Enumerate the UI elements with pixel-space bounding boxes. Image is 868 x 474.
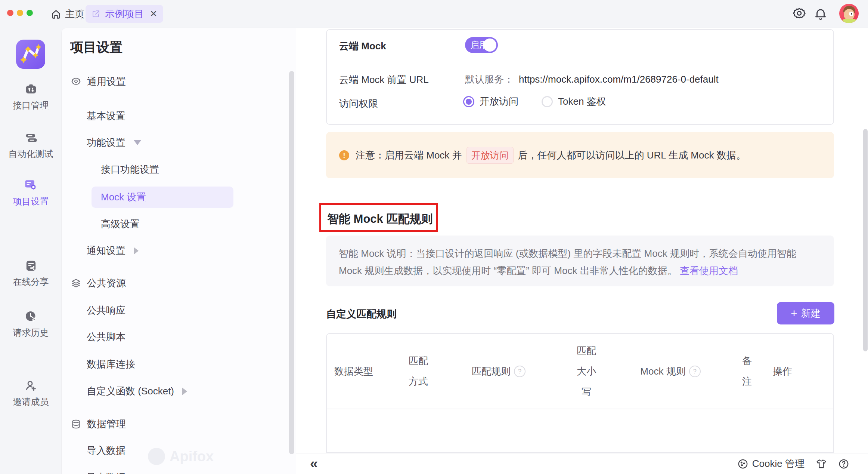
mock-url-value-row: 默认服务：https://mock.apifox.com/m1/2689726-… [465, 73, 719, 86]
new-rule-button-label: 新建 [801, 307, 821, 320]
settings-title: 项目设置 [70, 39, 123, 56]
theme-shirt-icon[interactable] [816, 458, 827, 470]
traffic-light-zoom[interactable] [27, 10, 33, 16]
nav-api-feature-settings[interactable]: 接口功能设置 [101, 159, 159, 180]
notifications-bell-icon[interactable] [813, 7, 828, 21]
help-icon[interactable]: ? [514, 366, 526, 377]
nav-export-data[interactable]: 导出数据 [87, 467, 125, 474]
col-mock-rule: Mock 规则 ? [614, 361, 726, 382]
sidebar-scrollbar[interactable] [289, 71, 294, 454]
sidebar-item-api-management[interactable]: 接口管理 [0, 83, 62, 111]
access-permission-options: 开放访问 Token 鉴权 [463, 95, 606, 108]
warning-icon: ! [339, 150, 349, 160]
sidebar-item-label: 请求历史 [13, 327, 49, 339]
col-match-rule: 匹配规则 ? [439, 361, 558, 382]
nav-basic-settings[interactable]: 基本设置 [87, 105, 125, 127]
cookie-manager-label: Cookie 管理 [752, 457, 805, 470]
nav-public-responses[interactable]: 公共响应 [87, 300, 125, 321]
plus-icon: + [791, 308, 797, 319]
traffic-light-close[interactable] [7, 10, 13, 16]
close-tab-icon[interactable]: ✕ [150, 9, 157, 19]
nav-general-settings[interactable]: 通用设置 [71, 71, 126, 92]
user-avatar[interactable] [839, 4, 859, 23]
nav-notification-settings[interactable]: 通知设置 [87, 240, 139, 261]
cloud-mock-toggle[interactable]: 启用 [465, 37, 498, 53]
nav-item-label: 功能设置 [87, 136, 125, 149]
access-permission-label: 访问权限 [339, 97, 378, 110]
mock-url-value[interactable]: https://mock.apifox.com/m1/2689726-0-def… [519, 74, 719, 85]
radio-token-auth[interactable] [542, 96, 553, 107]
col-actions: 操作 [768, 361, 797, 382]
nav-item-label: 通知设置 [87, 244, 125, 257]
nav-item-label: 公共响应 [87, 304, 125, 317]
collapse-sidebar-icon[interactable]: « [310, 456, 318, 471]
open-access-badge: 开放访问 [466, 147, 514, 164]
home-button[interactable]: 主页 [51, 0, 84, 28]
nav-item-label: 接口功能设置 [101, 163, 159, 176]
warning-text: 注意：启用云端 Mock 并 开放访问 后，任何人都可以访问以上的 URL 生成… [356, 132, 746, 178]
sidebar-item-label: 接口管理 [13, 99, 49, 111]
nav-item-label: 自定义函数 (Socket) [87, 385, 174, 398]
cloud-mock-label: 云端 Mock [339, 40, 386, 53]
nav-data-management[interactable]: 数据管理 [71, 413, 126, 435]
project-tab-label: 示例项目 [105, 7, 144, 21]
nav-item-label: 导出数据 [87, 471, 125, 474]
col-match-case: 匹配大小写 [558, 341, 614, 402]
nav-feature-settings[interactable]: 功能设置 [87, 132, 141, 153]
nav-item-label: 高级设置 [101, 218, 140, 231]
help-icon[interactable]: ? [689, 366, 701, 377]
nav-database-connections[interactable]: 数据库连接 [87, 354, 135, 375]
nav-mock-settings[interactable]: Mock 设置 [101, 187, 146, 208]
nav-item-label: 公共资源 [87, 277, 126, 290]
apifox-logo-icon [148, 448, 165, 465]
sidebar-item-label: 项目设置 [13, 196, 49, 207]
nav-public-resources[interactable]: 公共资源 [71, 273, 126, 294]
online-share-icon [25, 259, 37, 272]
nav-item-label: Mock 设置 [101, 191, 146, 204]
chevron-right-icon [134, 247, 139, 255]
traffic-light-minimize[interactable] [17, 10, 23, 16]
cookie-manager-button[interactable]: Cookie 管理 [737, 457, 805, 470]
col-data-type: 数据类型 [327, 361, 398, 382]
sidebar-item-invite-members[interactable]: 邀请成员 [0, 379, 62, 408]
nav-item-label: 公共脚本 [87, 330, 125, 344]
app-window: 主页 示例项目 ✕ [0, 0, 868, 474]
app-logo[interactable] [16, 40, 45, 69]
nav-item-label: 数据库连接 [87, 358, 135, 371]
home-icon [51, 9, 61, 19]
invite-members-icon [25, 379, 37, 392]
help-circle-icon[interactable] [838, 458, 849, 470]
radio-open-access[interactable] [463, 96, 474, 107]
nav-advanced-settings[interactable]: 高级设置 [101, 213, 140, 235]
nav-item-label: 基本设置 [87, 110, 125, 123]
red-annotation-box [319, 203, 438, 232]
database-icon [71, 419, 81, 429]
custom-rules-title: 自定义匹配规则 [326, 307, 397, 321]
new-rule-button[interactable]: + 新建 [777, 302, 834, 324]
sidebar-item-label: 在线分享 [13, 276, 49, 288]
nav-import-data[interactable]: 导入数据 [87, 440, 125, 461]
sidebar-item-project-settings[interactable]: 项目设置 [0, 178, 62, 207]
sidebar-item-automated-testing[interactable]: 自动化测试 [0, 132, 62, 160]
nav-custom-functions[interactable]: 自定义函数 (Socket) [87, 381, 187, 402]
radio-token-auth-label: Token 鉴权 [558, 95, 606, 108]
mock-url-label: 云端 Mock 前置 URL [339, 73, 429, 86]
sidebar-item-online-share[interactable]: 在线分享 [0, 259, 62, 288]
nav-item-label: 通用设置 [87, 75, 126, 88]
nav-public-scripts[interactable]: 公共脚本 [87, 326, 125, 348]
cookie-icon [737, 458, 748, 470]
project-tab[interactable]: 示例项目 ✕ [86, 5, 163, 23]
main-scrollbar[interactable] [863, 129, 868, 351]
custom-rules-table: 数据类型 匹配方式 匹配规则 ? 匹配大小写 Mock 规则 ? 备注 操作 [326, 333, 834, 453]
table-header-row: 数据类型 匹配方式 匹配规则 ? 匹配大小写 Mock 规则 ? 备注 操作 [327, 334, 833, 409]
default-service-label: 默认服务： [465, 74, 514, 85]
toggle-knob [483, 39, 496, 52]
col-remark: 备注 [726, 351, 768, 392]
sidebar-item-request-history[interactable]: 请求历史 [0, 310, 62, 339]
footer-bar: « Cookie 管理 [296, 453, 868, 474]
settings-gear-icon[interactable] [792, 7, 806, 21]
layers-icon [71, 278, 81, 288]
gear-small-icon [71, 77, 81, 87]
request-history-icon [25, 310, 37, 323]
doc-link[interactable]: 查看使用文档 [680, 265, 738, 276]
